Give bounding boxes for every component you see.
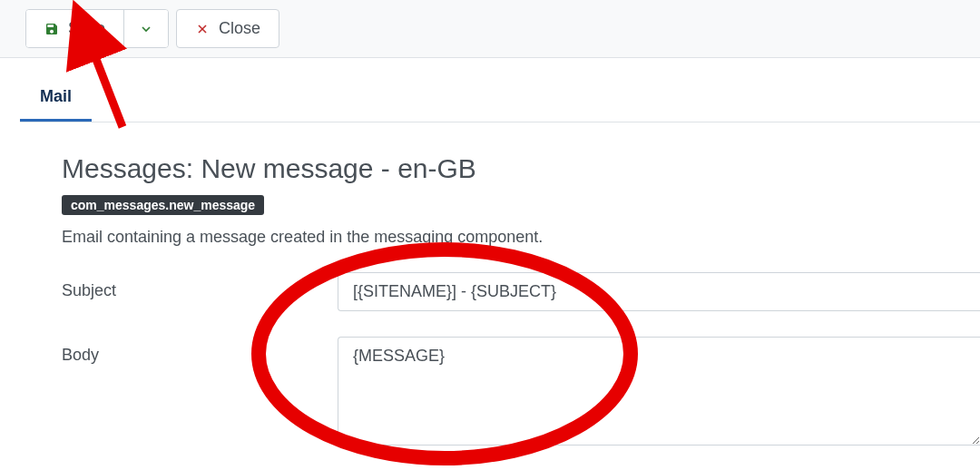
- toolbar: Save Close: [0, 0, 980, 58]
- save-button-label: Save: [68, 17, 105, 40]
- close-icon: [195, 22, 210, 36]
- close-button[interactable]: Close: [176, 9, 279, 48]
- tab-mail-label: Mail: [40, 87, 72, 105]
- body-row: Body: [62, 337, 980, 446]
- tab-mail[interactable]: Mail: [20, 76, 92, 122]
- panel-description: Email containing a message created in th…: [62, 228, 980, 247]
- save-button-group: Save: [25, 9, 169, 48]
- subject-input[interactable]: [338, 272, 980, 311]
- body-textarea[interactable]: [338, 337, 980, 446]
- body-label: Body: [62, 337, 338, 365]
- mail-panel: Messages: New message - en-GB com_messag…: [20, 122, 980, 446]
- save-button[interactable]: Save: [26, 10, 123, 47]
- subject-label: Subject: [62, 272, 338, 300]
- page-title: Messages: New message - en-GB: [62, 153, 980, 184]
- tab-bar: Mail: [20, 76, 980, 122]
- chevron-down-icon: [139, 22, 153, 36]
- close-button-label: Close: [219, 17, 260, 40]
- subject-row: Subject: [62, 272, 980, 311]
- content-area: Mail Messages: New message - en-GB com_m…: [20, 76, 980, 446]
- floppy-disk-icon: [44, 22, 59, 36]
- save-dropdown-toggle[interactable]: [123, 10, 168, 47]
- component-key-badge: com_messages.new_message: [62, 195, 264, 215]
